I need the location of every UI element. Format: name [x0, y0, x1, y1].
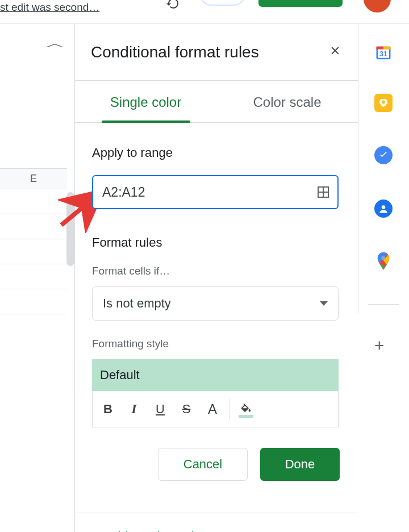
- format-tabs: Single color Color scale: [75, 81, 358, 120]
- button-label: Cancel: [183, 457, 222, 472]
- tab-underline: [75, 120, 358, 123]
- scrollbar-thumb[interactable]: [66, 192, 74, 266]
- bold-button[interactable]: B: [95, 396, 121, 422]
- add-rule-label: Add another rule: [105, 530, 201, 533]
- svg-rect-5: [383, 47, 391, 49]
- done-button[interactable]: Done: [260, 448, 340, 481]
- dropdown-value: Is not empty: [103, 296, 171, 311]
- cell-row[interactable]: [0, 239, 67, 264]
- button-label: Done: [285, 457, 315, 472]
- contacts-icon[interactable]: [374, 200, 393, 218]
- format-toolbar: B I U S A: [92, 391, 339, 427]
- comments-pill[interactable]: [200, 0, 245, 6]
- close-icon[interactable]: [326, 41, 344, 63]
- chevron-down-icon: [320, 301, 328, 306]
- chevron-up-icon[interactable]: ︿: [46, 34, 65, 52]
- spreadsheet-fragment: E: [0, 168, 67, 314]
- svg-point-7: [382, 205, 386, 209]
- tasks-icon[interactable]: [374, 146, 393, 164]
- cell-row[interactable]: [0, 189, 67, 214]
- range-input-container: [92, 175, 339, 209]
- cell-row[interactable]: [0, 264, 67, 289]
- tab-single-color[interactable]: Single color: [75, 81, 216, 120]
- cell-row[interactable]: [0, 289, 67, 314]
- underline-button[interactable]: U: [147, 396, 173, 422]
- tab-label: Color scale: [253, 94, 321, 110]
- formatting-style-label: Formatting style: [92, 338, 341, 350]
- italic-button[interactable]: I: [121, 396, 147, 422]
- cell-row[interactable]: [0, 214, 67, 239]
- calendar-icon[interactable]: 31: [373, 43, 394, 63]
- add-ons-plus-icon[interactable]: +: [374, 337, 385, 354]
- conditional-format-panel: Conditional format rules Single color Co…: [75, 23, 358, 532]
- strikethrough-button[interactable]: S: [173, 396, 199, 422]
- panel-title: Conditional format rules: [91, 43, 259, 61]
- svg-text:31: 31: [379, 50, 387, 58]
- toolbar-separator: [229, 399, 229, 419]
- range-input[interactable]: [101, 184, 308, 201]
- tab-label: Single color: [110, 94, 181, 110]
- column-header-E[interactable]: E: [0, 168, 67, 189]
- plus-icon: +: [83, 528, 92, 532]
- avatar[interactable]: [364, 0, 391, 13]
- select-range-icon[interactable]: [315, 184, 332, 201]
- last-edit-text[interactable]: st edit was second…: [0, 1, 99, 14]
- cancel-button[interactable]: Cancel: [158, 448, 248, 481]
- svg-point-6: [382, 101, 385, 104]
- history-icon: [166, 0, 180, 10]
- apply-to-range-label: Apply to range: [92, 146, 341, 160]
- format-cells-if-label: Format cells if…: [92, 265, 341, 277]
- fill-color-swatch: [239, 415, 253, 418]
- format-rules-heading: Format rules: [92, 235, 341, 250]
- keep-icon[interactable]: [374, 94, 393, 112]
- svg-rect-4: [377, 47, 384, 49]
- fill-color-button[interactable]: [233, 396, 259, 422]
- text-color-button[interactable]: A: [199, 396, 226, 422]
- style-preview[interactable]: Default: [92, 359, 339, 391]
- tab-color-scale[interactable]: Color scale: [216, 81, 358, 120]
- share-button[interactable]: [258, 0, 343, 7]
- top-bar: st edit was second…: [0, 0, 409, 18]
- maps-icon[interactable]: [374, 253, 393, 271]
- rail-divider: [368, 304, 399, 305]
- style-preview-text: Default: [100, 368, 140, 383]
- add-another-rule[interactable]: + Add another rule: [75, 513, 358, 532]
- format-condition-dropdown[interactable]: Is not empty: [92, 286, 339, 321]
- rail-border: [358, 23, 358, 313]
- column-letter: E: [30, 173, 37, 185]
